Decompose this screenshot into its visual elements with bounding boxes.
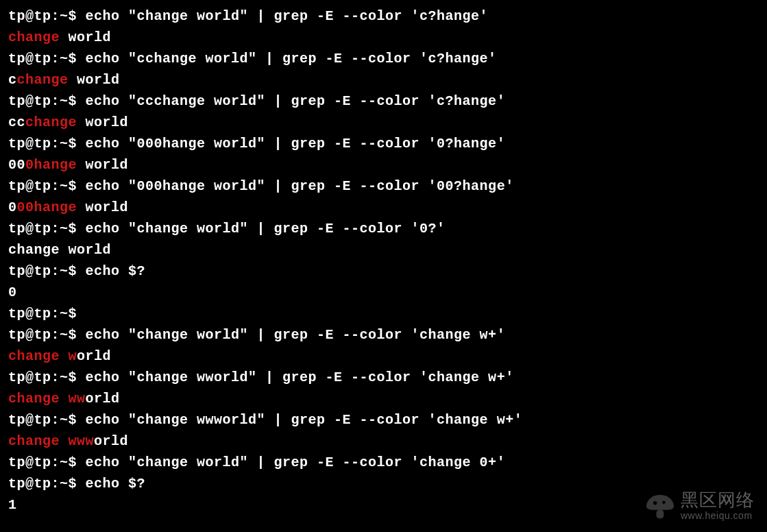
terminal-line: tp@tp:~$ echo "000hange world" | grep -E…	[8, 133, 759, 154]
grep-match: 0hange	[25, 157, 77, 173]
output-text: 0	[8, 285, 17, 300]
shell-prompt: tp@tp:~$	[8, 455, 86, 470]
terminal-line: ccchange world	[8, 112, 759, 133]
command-text: echo "change world" | grep -E --color 'c…	[86, 455, 506, 470]
shell-prompt: tp@tp:~$	[8, 306, 86, 322]
watermark: 黑区网络 www.heiqu.com	[645, 491, 755, 524]
mushroom-icon	[645, 494, 675, 521]
output-text: world	[69, 72, 120, 88]
grep-match: change www	[8, 433, 94, 449]
output-text: world	[77, 200, 128, 215]
shell-prompt: tp@tp:~$	[8, 476, 86, 492]
terminal-line: change wwworld	[8, 431, 759, 452]
shell-prompt: tp@tp:~$	[8, 93, 86, 109]
command-text: echo $?	[86, 263, 146, 279]
output-text: 1	[8, 497, 17, 513]
grep-match: change	[8, 29, 60, 45]
terminal-line: tp@tp:~$ echo "ccchange world" | grep -E…	[8, 90, 759, 112]
output-text: orld	[86, 391, 120, 407]
terminal-line: change world	[8, 239, 759, 261]
terminal-line: change wworld	[8, 388, 759, 409]
terminal-line: 000hange world	[8, 197, 759, 218]
shell-prompt: tp@tp:~$	[8, 8, 86, 24]
terminal-line: cchange world	[8, 69, 759, 90]
command-text: echo "change wwworld" | grep -E --color …	[86, 412, 523, 428]
terminal-line: change world	[8, 27, 759, 48]
command-text: echo $?	[86, 476, 146, 492]
terminal-line: tp@tp:~$ echo "change wwworld" | grep -E…	[8, 409, 759, 431]
output-text: 0	[8, 200, 17, 215]
shell-prompt: tp@tp:~$	[8, 263, 86, 279]
output-text: change world	[8, 242, 111, 258]
watermark-url: www.heiqu.com	[681, 509, 753, 524]
watermark-brand: 黑区网络	[681, 491, 755, 509]
terminal-line: tp@tp:~$ echo "change world" | grep -E -…	[8, 324, 759, 346]
terminal-line: tp@tp:~$ echo "change world" | grep -E -…	[8, 452, 759, 473]
svg-rect-2	[657, 510, 664, 519]
output-text: world	[60, 29, 111, 45]
terminal-line: tp@tp:~$ echo "000hange world" | grep -E…	[8, 176, 759, 197]
shell-prompt: tp@tp:~$	[8, 136, 86, 152]
grep-match: change ww	[8, 391, 86, 407]
terminal-line: tp@tp:~$ echo "change world" | grep -E -…	[8, 5, 759, 27]
svg-point-0	[653, 501, 657, 505]
grep-match: change w	[8, 348, 77, 364]
command-text: echo "000hange world" | grep -E --color …	[86, 178, 514, 194]
terminal-output[interactable]: tp@tp:~$ echo "change world" | grep -E -…	[8, 5, 759, 516]
terminal-line: tp@tp:~$ echo $?	[8, 261, 759, 282]
output-text: world	[77, 114, 128, 130]
command-text: echo "change world" | grep -E --color 'c…	[86, 8, 489, 24]
output-text: cc	[8, 114, 25, 130]
output-text: 00	[8, 157, 25, 173]
shell-prompt: tp@tp:~$	[8, 178, 86, 194]
shell-prompt: tp@tp:~$	[8, 221, 86, 237]
grep-match: 00hange	[17, 200, 77, 215]
output-text: orld	[77, 348, 111, 364]
grep-match: change	[25, 114, 77, 130]
command-text: echo "change world" | grep -E --color '0…	[86, 221, 446, 237]
command-text: echo "000hange world" | grep -E --color …	[86, 136, 506, 152]
terminal-line: tp@tp:~$ echo "change world" | grep -E -…	[8, 218, 759, 239]
grep-match: change	[17, 72, 69, 88]
command-text: echo "ccchange world" | grep -E --color …	[86, 93, 506, 109]
shell-prompt: tp@tp:~$	[8, 327, 86, 343]
output-text: c	[8, 72, 17, 88]
terminal-line: tp@tp:~$ echo "cchange world" | grep -E …	[8, 48, 759, 69]
command-text: echo "change world" | grep -E --color 'c…	[86, 327, 506, 343]
shell-prompt: tp@tp:~$	[8, 51, 86, 66]
terminal-line: 000hange world	[8, 154, 759, 176]
terminal-line: change world	[8, 346, 759, 367]
terminal-line: 0	[8, 282, 759, 303]
command-text: echo "change wworld" | grep -E --color '…	[86, 370, 514, 385]
svg-point-1	[662, 501, 666, 505]
terminal-line: tp@tp:~$ echo "change wworld" | grep -E …	[8, 367, 759, 388]
terminal-line: tp@tp:~$	[8, 303, 759, 324]
shell-prompt: tp@tp:~$	[8, 412, 86, 428]
command-text: echo "cchange world" | grep -E --color '…	[86, 51, 497, 66]
shell-prompt: tp@tp:~$	[8, 370, 86, 385]
output-text: world	[77, 157, 128, 173]
output-text: orld	[94, 433, 128, 449]
